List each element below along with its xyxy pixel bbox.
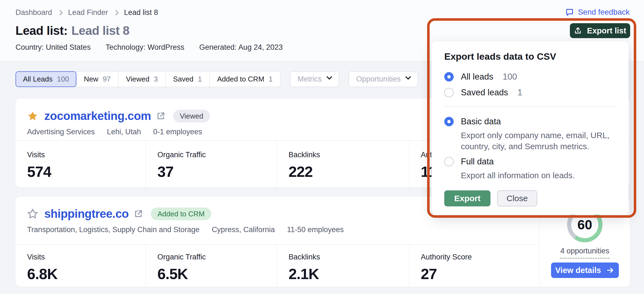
metric-label: Organic Traffic xyxy=(157,151,277,159)
lead-title-row: shippingtree.co Added to CRM xyxy=(27,206,211,222)
tab-label: Saved xyxy=(173,75,194,83)
metric-value: 6.8K xyxy=(27,265,146,282)
metric-value: 2.1K xyxy=(289,265,409,282)
status-badge: Added to CRM xyxy=(151,208,211,220)
radio-count: 1 xyxy=(518,88,522,98)
radio-saved-leads[interactable]: Saved leads 1 xyxy=(444,86,616,99)
breadcrumb-lead-finder[interactable]: Lead Finder xyxy=(68,8,108,17)
metric-label: Visits xyxy=(27,253,146,261)
radio-button-icon[interactable] xyxy=(444,157,454,166)
tab-new[interactable]: New 97 xyxy=(76,72,118,87)
external-link-icon[interactable] xyxy=(156,111,165,121)
tab-count: 97 xyxy=(103,75,111,83)
radio-label: Saved leads xyxy=(461,88,508,98)
radio-button-icon[interactable] xyxy=(444,72,454,82)
tab-label: Added to CRM xyxy=(217,75,264,83)
metric-value: 6.5K xyxy=(157,265,277,282)
send-feedback-button[interactable]: Send feedback xyxy=(565,8,630,17)
radio-button-icon[interactable] xyxy=(444,88,454,97)
chevron-right-icon xyxy=(57,10,63,15)
radio-button-icon[interactable] xyxy=(444,117,454,126)
list-meta: Country: United States Technology: WordP… xyxy=(15,43,283,52)
lead-location: Lehi, Utah xyxy=(107,128,141,136)
export-button[interactable]: Export xyxy=(444,190,490,206)
metrics-dropdown[interactable]: Metrics xyxy=(290,71,339,87)
feedback-bubble-icon xyxy=(565,8,574,17)
tab-count: 3 xyxy=(154,75,158,83)
chevron-right-icon xyxy=(113,10,119,15)
external-link-icon[interactable] xyxy=(134,209,143,219)
breadcrumb-current: Lead list 8 xyxy=(124,8,158,17)
metric-authority-score: Authority Score 27 xyxy=(409,245,539,287)
opportunities-dropdown-label: Opportunities xyxy=(356,75,401,83)
lead-info-row: Advertising Services Lehi, Utah 0-1 empl… xyxy=(27,128,202,136)
breadcrumb-dashboard[interactable]: Dashboard xyxy=(15,8,52,17)
lead-domain-link[interactable]: shippingtree.co xyxy=(44,207,129,221)
tab-count: 1 xyxy=(269,75,272,83)
upload-icon xyxy=(574,27,582,35)
dialog-divider xyxy=(444,106,616,107)
metric-visits: Visits 6.8K xyxy=(15,245,146,287)
tab-count: 100 xyxy=(57,75,69,83)
meta-generated: Generated: Aug 24, 2023 xyxy=(199,43,283,52)
lead-info-row: Transportation, Logistics, Supply Chain … xyxy=(27,225,344,234)
radio-full-data[interactable]: Full data xyxy=(444,156,616,168)
page-title-name: Lead list 8 xyxy=(71,24,129,37)
chevron-down-icon xyxy=(405,74,411,80)
opportunities-link[interactable]: 4 opportunities xyxy=(560,247,609,259)
metric-backlinks: Backlinks 222 xyxy=(277,141,409,187)
send-feedback-label: Send feedback xyxy=(578,8,630,17)
gauge-score-value: 60 xyxy=(577,217,592,232)
lead-employees: 11-50 employees xyxy=(287,225,344,234)
lead-domain-link[interactable]: zocomarketing.com xyxy=(44,109,151,123)
metric-value: 574 xyxy=(27,163,146,180)
radio-description: Export only company name, email, URL, co… xyxy=(461,130,616,152)
view-details-label: View details xyxy=(555,266,601,275)
lead-metrics: Visits 6.8K Organic Traffic 6.5K Backlin… xyxy=(15,244,539,287)
opportunities-dropdown[interactable]: Opportunities xyxy=(349,71,418,87)
metric-backlinks: Backlinks 2.1K xyxy=(277,245,409,287)
dialog-heading: Export leads data to CSV xyxy=(444,51,616,62)
metric-organic-traffic: Organic Traffic 6.5K xyxy=(146,245,277,287)
tab-added-to-crm[interactable]: Added to CRM 1 xyxy=(210,72,280,87)
page-title: Lead list:Lead list 8 xyxy=(15,24,129,38)
star-outline-icon[interactable] xyxy=(27,208,39,220)
meta-country: Country: United States xyxy=(15,43,91,52)
meta-technology: Technology: WordPress xyxy=(106,43,185,52)
tab-label: New xyxy=(84,75,98,83)
metric-value: 37 xyxy=(157,163,277,180)
metric-label: Authority Score xyxy=(421,253,539,261)
star-filled-icon[interactable] xyxy=(27,110,39,122)
metric-label: Visits xyxy=(27,151,146,159)
radio-count: 100 xyxy=(503,72,517,82)
metric-organic-traffic: Organic Traffic 37 xyxy=(146,141,277,187)
lead-title-row: zocomarketing.com Viewed xyxy=(27,108,210,124)
metric-label: Organic Traffic xyxy=(157,253,277,261)
metric-value: 222 xyxy=(289,163,409,180)
lead-industry: Advertising Services xyxy=(27,128,95,136)
export-list-button[interactable]: Export list xyxy=(570,23,630,38)
status-badge: Viewed xyxy=(173,110,210,122)
tab-all-leads[interactable]: All Leads 100 xyxy=(15,71,77,87)
filter-bar: All Leads 100 New 97 Viewed 3 Saved 1 Ad… xyxy=(15,71,418,87)
close-button[interactable]: Close xyxy=(497,190,537,206)
lead-industry: Transportation, Logistics, Supply Chain … xyxy=(27,225,199,234)
tab-viewed[interactable]: Viewed 3 xyxy=(118,72,165,87)
arrow-right-icon xyxy=(606,266,614,274)
radio-basic-data[interactable]: Basic data xyxy=(444,116,616,128)
metric-visits: Visits 574 xyxy=(15,141,146,187)
dialog-buttons: Export Close xyxy=(444,190,616,206)
metrics-dropdown-label: Metrics xyxy=(298,75,322,83)
view-details-button[interactable]: View details xyxy=(551,262,619,278)
lead-list-page: Dashboard Lead Finder Lead list 8 Send f… xyxy=(0,0,644,294)
export-dialog: Export leads data to CSV All leads 100 S… xyxy=(432,41,629,215)
lead-status-tabs: All Leads 100 New 97 Viewed 3 Saved 1 Ad… xyxy=(15,71,281,87)
radio-label: Full data xyxy=(461,157,494,167)
radio-label: All leads xyxy=(461,72,493,82)
radio-label: Basic data xyxy=(461,117,501,127)
chevron-down-icon xyxy=(326,74,332,80)
radio-all-leads[interactable]: All leads 100 xyxy=(444,71,616,83)
radio-description: Export all information on leads. xyxy=(461,170,616,181)
tab-saved[interactable]: Saved 1 xyxy=(166,72,210,87)
metric-value: 27 xyxy=(421,265,539,282)
